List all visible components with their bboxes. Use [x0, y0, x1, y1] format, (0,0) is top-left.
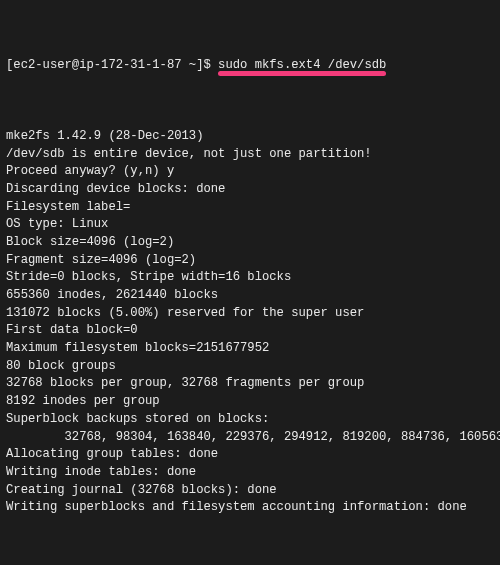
output-line: Writing superblocks and filesystem accou…: [6, 499, 494, 517]
output-line: Discarding device blocks: done: [6, 181, 494, 199]
highlight-mkfs: sudo mkfs.ext4 /dev/sdb: [218, 57, 386, 75]
output-line: 131072 blocks (5.00%) reserved for the s…: [6, 305, 494, 323]
output-line: Maximum filesystem blocks=2151677952: [6, 340, 494, 358]
output-line: Proceed anyway? (y,n) y: [6, 163, 494, 181]
output-line: 32768 blocks per group, 32768 fragments …: [6, 375, 494, 393]
prompt-prefix: [ec2-user@ip-172-31-1-87 ~]$: [6, 58, 218, 72]
output-line: mke2fs 1.42.9 (28-Dec-2013): [6, 128, 494, 146]
prompt-line-1: [ec2-user@ip-172-31-1-87 ~]$ sudo mkfs.e…: [6, 57, 494, 75]
output-line: Creating journal (32768 blocks): done: [6, 482, 494, 500]
output-line: First data block=0: [6, 322, 494, 340]
output-line: Writing inode tables: done: [6, 464, 494, 482]
output-line: /dev/sdb is entire device, not just one …: [6, 146, 494, 164]
mkfs-output: mke2fs 1.42.9 (28-Dec-2013)/dev/sdb is e…: [6, 128, 494, 517]
output-line: OS type: Linux: [6, 216, 494, 234]
output-line: Fragment size=4096 (log=2): [6, 252, 494, 270]
command-mkfs: sudo mkfs.ext4 /dev/sdb: [218, 58, 386, 72]
output-line: 8192 inodes per group: [6, 393, 494, 411]
output-line: Allocating group tables: done: [6, 446, 494, 464]
output-line: 80 block groups: [6, 358, 494, 376]
output-line: 32768, 98304, 163840, 229376, 294912, 81…: [6, 429, 494, 447]
output-line: Superblock backups stored on blocks:: [6, 411, 494, 429]
output-line: Filesystem label=: [6, 199, 494, 217]
output-line: Block size=4096 (log=2): [6, 234, 494, 252]
terminal[interactable]: [ec2-user@ip-172-31-1-87 ~]$ sudo mkfs.e…: [0, 0, 500, 565]
output-line: Stride=0 blocks, Stripe width=16 blocks: [6, 269, 494, 287]
output-line: 655360 inodes, 2621440 blocks: [6, 287, 494, 305]
